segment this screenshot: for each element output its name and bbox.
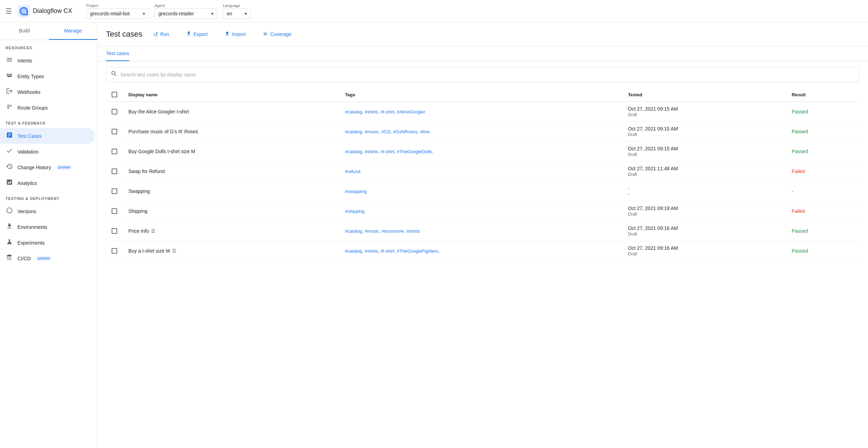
agent-label: Agent [155, 3, 217, 8]
coverage-button[interactable]: Coverage [257, 28, 297, 40]
display-name-cell[interactable]: Price Info ☰ [128, 228, 334, 234]
run-button[interactable]: ↺ Run [148, 28, 175, 40]
language-chevron-icon: ▾ [245, 11, 247, 16]
environments-icon [6, 223, 13, 231]
sidebar-item-entity-types[interactable]: Entity Types [0, 68, 95, 84]
sidebar-item-change-history[interactable]: Change History preview [0, 159, 95, 175]
change-history-preview-badge: preview [57, 165, 72, 170]
agent-value: grecords-retailer [158, 11, 194, 16]
tested-status: Draft [628, 112, 637, 117]
project-chevron-icon: ▾ [143, 11, 145, 16]
row-checkbox-5[interactable] [112, 188, 117, 194]
result-cell: Passed [786, 142, 860, 162]
result-cell: Failed [786, 162, 860, 181]
dialogflow-logo-icon [17, 5, 30, 17]
result-passed: Passed [792, 129, 808, 134]
export-label: Export [194, 31, 208, 37]
search-input[interactable] [120, 72, 855, 77]
agent-chevron-icon: ▾ [211, 11, 214, 16]
table-row: Buy a t-shirt size M ☰#catalog, #shirts,… [106, 241, 860, 261]
import-button[interactable]: Import [219, 28, 252, 40]
tested-status: Draft [628, 152, 637, 157]
result-cell: Failed [786, 201, 860, 221]
page-title: Test cases [106, 30, 142, 39]
route-groups-icon [6, 103, 13, 112]
row-checkbox-8[interactable] [112, 248, 117, 254]
table-row: Buy the Alice Googler t-shirt#catalog, #… [106, 102, 860, 122]
project-select[interactable]: grecords-retail-bot ▾ [86, 8, 149, 19]
validation-icon [6, 147, 13, 156]
language-value: en [227, 11, 232, 16]
tags-cell: #catalog, #shirts, #t-shirt, #TheGoogleF… [339, 241, 622, 261]
versions-label: Versions [17, 209, 36, 214]
tested-status: Draft [628, 232, 637, 237]
display-name-cell[interactable]: Swap for Refund [128, 169, 334, 174]
result-passed: Passed [792, 248, 808, 254]
col-result: Result [786, 88, 860, 102]
analytics-label: Analytics [17, 180, 37, 186]
tab-build[interactable]: Build [0, 22, 49, 40]
display-name-cell[interactable]: Purchase music of G's N' Roses [128, 129, 334, 134]
tested-cell: Oct 27, 2021 09:15 AMDraft [622, 142, 786, 162]
table-row: Shipping#shippingOct 27, 2021 09:19 AMDr… [106, 201, 860, 221]
tested-cell: Oct 27, 2021 11:48 AMDraft [622, 162, 786, 181]
test-cases-table: Display name Tags Tested Result Buy the … [106, 88, 860, 261]
result-passed: Passed [792, 109, 808, 114]
change-history-label: Change History [17, 165, 51, 170]
select-all-header[interactable] [106, 88, 123, 102]
sidebar-item-environments[interactable]: Environments [0, 219, 95, 235]
sidebar-item-intents[interactable]: Intents [0, 53, 95, 68]
display-name-cell[interactable]: Shipping [128, 208, 334, 214]
table-header-row: Display name Tags Tested Result [106, 88, 860, 102]
select-all-checkbox[interactable] [112, 92, 117, 97]
row-checkbox-3[interactable] [112, 149, 117, 154]
sidebar-item-experiments[interactable]: Experiments [0, 235, 95, 251]
tags-cell: #catalog, #music, #tourmovie, #shirts [339, 221, 622, 241]
notes-icon: ☰ [151, 228, 156, 234]
language-select[interactable]: en ▾ [223, 8, 251, 19]
sidebar-item-route-groups[interactable]: Route Groups [0, 100, 95, 115]
webhooks-label: Webhooks [17, 89, 40, 95]
result-failed: Failed [792, 208, 805, 214]
agent-select[interactable]: grecords-retailer ▾ [155, 8, 217, 19]
display-name-cell[interactable]: Buy the Alice Googler t-shirt [128, 109, 334, 114]
sidebar-item-versions[interactable]: Versions [0, 203, 95, 219]
row-checkbox-1[interactable] [112, 109, 117, 114]
app-name: Dialogflow CX [33, 7, 72, 15]
route-groups-label: Route Groups [17, 105, 48, 111]
tested-date: Oct 27, 2021 09:15 AM [628, 126, 678, 132]
tested-status: Draft [628, 132, 637, 137]
row-checkbox-2[interactable] [112, 129, 117, 134]
sidebar-item-cicd[interactable]: CI/CD preview [0, 251, 95, 266]
main-layout: Build Manage RESOURCES Intents Entity Ty… [0, 22, 868, 448]
versions-icon [6, 207, 13, 216]
tab-manage[interactable]: Manage [49, 22, 98, 40]
sidebar-item-webhooks[interactable]: Webhooks [0, 84, 95, 100]
topbar: ☰ Dialogflow CX Project grecords-retail-… [0, 0, 868, 22]
section-test-feedback: TEST & FEEDBACK [0, 115, 97, 128]
row-checkbox-7[interactable] [112, 228, 117, 234]
display-name-cell[interactable]: Buy a t-shirt size M ☰ [128, 248, 334, 254]
project-label: Project [86, 3, 149, 8]
export-button[interactable]: Export [180, 28, 213, 40]
tab-test-cases[interactable]: Test cases [106, 46, 129, 61]
experiments-label: Experiments [17, 240, 45, 246]
row-checkbox-4[interactable] [112, 169, 117, 174]
language-label: Language [223, 3, 251, 8]
intents-label: Intents [17, 58, 32, 64]
tags-cell: #refund [339, 162, 622, 181]
test-cases-icon [6, 132, 13, 140]
row-checkbox-6[interactable] [112, 208, 117, 214]
search-bar [106, 67, 860, 82]
sidebar-item-analytics[interactable]: Analytics [0, 175, 95, 191]
hamburger-menu[interactable]: ☰ [6, 7, 12, 15]
export-icon [186, 31, 192, 38]
tags-cell: #catalog, #shirts, #t-shirt, #AliceGoogl… [339, 102, 622, 122]
project-value: grecords-retail-bot [90, 11, 130, 16]
sidebar-item-validation[interactable]: Validation [0, 144, 95, 159]
sidebar-item-test-cases[interactable]: Test Cases [0, 128, 95, 144]
tested-date: Oct 27, 2021 09:15 AM [628, 146, 678, 151]
result-passed: Passed [792, 149, 808, 154]
display-name-cell[interactable]: Swapping [128, 188, 334, 194]
display-name-cell[interactable]: Buy Google Dolls t-shirt size M [128, 149, 334, 154]
